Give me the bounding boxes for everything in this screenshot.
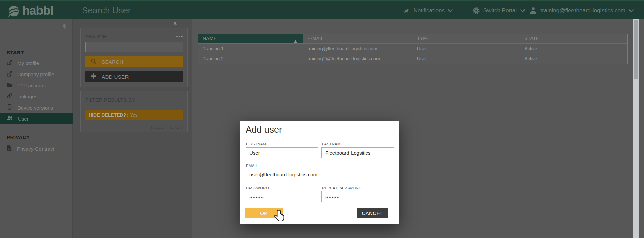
sort-asc-icon (293, 37, 297, 46)
sidebar-item-my-profile[interactable]: My profile (0, 58, 73, 69)
vertical-scrollbar[interactable] (633, 19, 639, 238)
ellipsis-icon[interactable] (176, 33, 183, 39)
scrollbar-thumb[interactable] (634, 20, 638, 79)
column-header-state[interactable]: STATE (520, 34, 628, 43)
filter-panel-title: FILTER RESULTS BY (85, 97, 135, 103)
sidebar-section-privacy: PRIVACY (7, 134, 64, 140)
cell-name: Training 1 (198, 44, 303, 54)
table-row[interactable]: Training 1 training@fleetboard-logistics… (198, 43, 627, 54)
sidebar-item-label: FTP account (17, 83, 46, 88)
sidebar-item-linkages[interactable]: Linkages (0, 91, 73, 102)
hide-deleted-value: Yes (130, 112, 138, 118)
megaphone-icon (402, 7, 410, 14)
email-label: EMAIL (246, 163, 258, 168)
share-icon (6, 59, 13, 67)
filter-panel: FILTER RESULTS BY HIDE DELETED?: Yes RES… (80, 91, 188, 132)
cancel-button[interactable]: CANCEL (357, 208, 388, 218)
column-header-label: NAME (203, 36, 217, 41)
folder-icon (6, 82, 13, 89)
add-user-button[interactable]: ADD USER (85, 71, 183, 82)
column-header-type[interactable]: TYPE (412, 34, 520, 43)
column-header-label: TYPE (417, 36, 429, 41)
magnifier-icon (90, 58, 97, 66)
cell-name: Training 2 (198, 54, 303, 64)
notifications-menu[interactable]: Notifications (402, 1, 453, 20)
table-header-row: NAME E-MAIL TYPE STATE (198, 34, 627, 43)
table-row[interactable]: Training 2 training2@fleetboard-logistic… (198, 54, 627, 64)
sidebar-item-label: User (18, 116, 29, 122)
email-field[interactable] (246, 169, 394, 180)
habbl-logo-text: habbl (22, 2, 53, 20)
link-icon (6, 93, 13, 100)
phone-icon (6, 104, 13, 112)
pin-icon[interactable] (62, 23, 67, 29)
hand-cursor-icon (274, 209, 286, 224)
search-filter-column: SEARCH SEARCH (73, 19, 192, 238)
sidebar-item-privacy-contract[interactable]: Privacy-Contract (0, 143, 73, 154)
sidebar-section-start: START (7, 50, 64, 55)
sidebar-item-company-profile[interactable]: Company profile (0, 69, 73, 80)
plus-icon (90, 73, 97, 81)
sidebar-item-label: Privacy-Contract (17, 146, 54, 152)
sidebar-item-ftp-account[interactable]: FTP account (0, 80, 73, 91)
sidebar-item-label: Device versions (17, 105, 53, 111)
sidebar-item-label: Linkages (17, 94, 37, 99)
column-header-email[interactable]: E-MAIL (303, 34, 412, 43)
sidebar-item-device-versions[interactable]: Device versions (0, 102, 73, 113)
reset-filter-button[interactable]: RESET FILTER (151, 125, 183, 130)
repeat-password-label: REPEAT PASSWORD (322, 186, 361, 190)
chevron-down-icon (448, 9, 453, 12)
password-field[interactable] (246, 191, 318, 202)
column-header-label: STATE (525, 36, 539, 41)
add-user-button-label: ADD USER (102, 74, 129, 80)
chevron-down-icon (628, 9, 634, 12)
habbl-logo-icon (7, 4, 20, 17)
dialog-title: Add user (246, 125, 282, 135)
hide-deleted-filter[interactable]: HIDE DELETED?: Yes (85, 110, 183, 120)
cell-state: Active (520, 44, 628, 54)
contract-icon (6, 145, 12, 153)
notifications-label: Notifications (413, 7, 445, 14)
page-title: Search User (82, 1, 131, 20)
cell-email: training@fleetboard-logistics.com (303, 44, 412, 54)
users-icon (6, 115, 13, 123)
share-icon (6, 70, 13, 78)
cell-email: training2@fleetboard-logistics.com (303, 54, 412, 64)
user-table: NAME E-MAIL TYPE STATE Training 1 traini… (198, 34, 628, 64)
sidebar-item-label: My profile (17, 60, 39, 66)
app-root: habbl Search User Notifications (0, 0, 644, 238)
search-button-label: SEARCH (102, 59, 123, 65)
pin-icon[interactable] (173, 21, 178, 27)
switch-portal-menu[interactable]: Switch Portal (472, 1, 525, 20)
cell-type: User (412, 54, 520, 64)
search-button[interactable]: SEARCH (85, 56, 183, 67)
column-header-label: E-MAIL (308, 36, 324, 41)
sidebar: START My profile Company profile (0, 19, 73, 238)
gear-icon (472, 7, 480, 15)
search-panel-title: SEARCH (85, 34, 106, 39)
chevron-down-icon (520, 9, 525, 12)
sidebar-item-user[interactable]: User (0, 113, 73, 124)
firstname-field[interactable] (246, 147, 318, 158)
right-margin (639, 19, 644, 238)
account-menu[interactable]: training@fleetboard-logistics.com (529, 1, 634, 20)
person-icon (529, 6, 537, 15)
cell-type: User (412, 44, 520, 54)
firstname-label: FIRSTNAME (246, 142, 269, 146)
lastname-label: LASTNAME (322, 142, 343, 146)
password-label: PASSWORD (246, 186, 269, 190)
cell-state: Active (520, 54, 628, 64)
habbl-logo[interactable]: habbl (7, 1, 53, 20)
account-label: training@fleetboard-logistics.com (540, 7, 625, 14)
app-header: habbl Search User Notifications (0, 0, 644, 19)
search-panel: SEARCH SEARCH (80, 28, 188, 87)
hide-deleted-label: HIDE DELETED?: (89, 112, 128, 118)
column-header-name[interactable]: NAME (198, 34, 303, 43)
search-input[interactable] (85, 42, 183, 52)
repeat-password-field[interactable] (321, 191, 394, 202)
sidebar-item-label: Company profile (17, 71, 54, 77)
switch-portal-label: Switch Portal (483, 7, 517, 14)
add-user-dialog: Add user FIRSTNAME LASTNAME EMAIL PASSWO… (240, 121, 399, 224)
lastname-field[interactable] (321, 147, 394, 158)
